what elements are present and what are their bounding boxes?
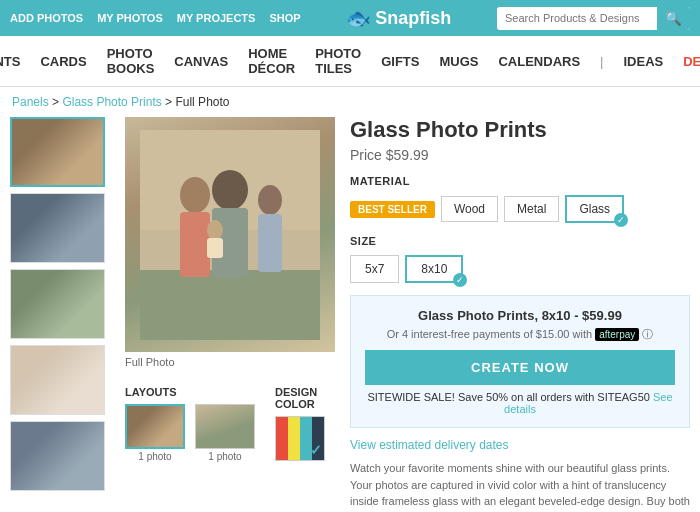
layout-options: 1 photo 1 photo: [125, 404, 255, 462]
layout-2-count: 1 photo: [195, 451, 255, 462]
design-color-section: DESIGN COLOR ✓: [275, 386, 335, 462]
size-5x7-btn[interactable]: 5x7: [350, 255, 399, 283]
product-title: Glass Photo Prints: [350, 117, 690, 143]
thumbnail-3[interactable]: [10, 269, 105, 339]
search-bar: 🔍: [497, 7, 690, 30]
nav-prints[interactable]: PRINTS: [0, 54, 20, 69]
breadcrumb-glass[interactable]: Glass Photo Prints: [62, 95, 161, 109]
price-box: Glass Photo Prints, 8x10 - $59.99 Or 4 i…: [350, 295, 690, 428]
main-photo-area: Full Photo LAYOUTS 1 photo: [125, 117, 335, 512]
delivery-link[interactable]: View estimated delivery dates: [350, 438, 690, 452]
product-info: Glass Photo Prints Price $59.99 MATERIAL…: [350, 117, 690, 512]
info-icon[interactable]: ⓘ: [642, 328, 653, 340]
photo-label: Full Photo: [125, 356, 335, 368]
svg-rect-1: [140, 270, 320, 340]
product-photo-svg: [140, 130, 320, 340]
svg-rect-8: [258, 214, 282, 272]
svg-point-7: [258, 185, 282, 215]
search-input[interactable]: [497, 8, 657, 28]
design-color-swatch[interactable]: ✓: [275, 416, 325, 461]
color-yellow: [288, 417, 300, 460]
svg-rect-6: [180, 212, 210, 277]
logo: 🐟 Snapfish: [346, 6, 451, 30]
my-projects-link[interactable]: MY PROJECTS: [177, 12, 256, 24]
layout-2[interactable]: 1 photo: [195, 404, 255, 462]
thumbnail-5[interactable]: [10, 421, 105, 491]
breadcrumb-sep1: >: [52, 95, 62, 109]
svg-point-3: [212, 170, 248, 210]
nav-gifts[interactable]: GIFTS: [381, 54, 419, 69]
layouts-section: LAYOUTS 1 photo 1 photo: [125, 386, 255, 462]
afterpay-logo: afterpay: [595, 328, 639, 341]
layouts-title: LAYOUTS: [125, 386, 255, 398]
main-nav: PRINTS CARDS PHOTO BOOKS CANVAS HOME DÉC…: [0, 36, 700, 87]
nav-calendars[interactable]: CALENDARS: [498, 54, 580, 69]
product-description: Watch your favorite moments shine with o…: [350, 460, 690, 512]
nav-cards[interactable]: CARDS: [40, 54, 86, 69]
thumbnail-list: [10, 117, 110, 512]
thumbnail-2[interactable]: [10, 193, 105, 263]
add-photos-link[interactable]: ADD PHOTOS: [10, 12, 83, 24]
logo-text: Snapfish: [375, 8, 451, 29]
create-now-button[interactable]: CREATE NOW: [365, 350, 675, 385]
nav-divider: |: [600, 54, 603, 69]
top-nav-links: ADD PHOTOS MY PHOTOS MY PROJECTS SHOP: [10, 12, 301, 24]
sitewide-label: SITEWIDE SALE!: [367, 391, 454, 403]
svg-rect-10: [207, 238, 223, 258]
breadcrumb-current: Full Photo: [175, 95, 229, 109]
material-label: MATERIAL: [350, 175, 690, 187]
size-options: 5x7 8x10: [350, 255, 690, 283]
breadcrumb-sep2: >: [165, 95, 175, 109]
nav-deals[interactable]: DEALS: [683, 54, 700, 69]
my-photos-link[interactable]: MY PHOTOS: [97, 12, 163, 24]
top-bar: ADD PHOTOS MY PHOTOS MY PROJECTS SHOP 🐟 …: [0, 0, 700, 36]
shop-link[interactable]: SHOP: [269, 12, 300, 24]
layout-thumb-1: [125, 404, 185, 449]
layout-1-count: 1 photo: [125, 451, 185, 462]
nav-ideas[interactable]: IDEAS: [623, 54, 663, 69]
thumbnail-1[interactable]: [10, 117, 105, 187]
material-wood-btn[interactable]: Wood: [441, 196, 498, 222]
layout-thumb-2: [195, 404, 255, 449]
layout-bg-2: [196, 405, 254, 448]
thumbnail-4[interactable]: [10, 345, 105, 415]
nav-homedecor[interactable]: HOME DÉCOR: [248, 46, 295, 76]
logo-icon: 🐟: [346, 6, 371, 30]
color-red: [276, 417, 288, 460]
svg-point-9: [207, 220, 223, 240]
sitewide-text: Save 50% on all orders with SITEAG50: [458, 391, 650, 403]
search-button[interactable]: 🔍: [657, 7, 690, 30]
layout-1[interactable]: 1 photo: [125, 404, 185, 462]
afterpay-line: Or 4 interest-free payments of $15.00 wi…: [365, 327, 675, 342]
material-glass-btn[interactable]: Glass: [565, 195, 624, 223]
material-options: BEST SELLER Wood Metal Glass: [350, 195, 690, 223]
svg-point-5: [180, 177, 210, 213]
sitewide-sale: SITEWIDE SALE! Save 50% on all orders wi…: [365, 391, 675, 415]
breadcrumb: Panels > Glass Photo Prints > Full Photo: [0, 87, 700, 117]
size-label: SIZE: [350, 235, 690, 247]
product-price: Price $59.99: [350, 147, 690, 163]
best-seller-badge: BEST SELLER: [350, 201, 435, 218]
main-product-image: [125, 117, 335, 352]
main-content: Full Photo LAYOUTS 1 photo: [0, 117, 700, 512]
size-8x10-btn[interactable]: 8x10: [405, 255, 463, 283]
nav-photobooks[interactable]: PHOTO BOOKS: [107, 46, 155, 76]
nav-mugs[interactable]: MUGS: [439, 54, 478, 69]
breadcrumb-panels[interactable]: Panels: [12, 95, 49, 109]
design-color-title: DESIGN COLOR: [275, 386, 335, 410]
color-check-icon: ✓: [310, 442, 322, 458]
layouts-design-row: LAYOUTS 1 photo 1 photo: [125, 376, 335, 462]
price-box-title: Glass Photo Prints, 8x10 - $59.99: [365, 308, 675, 323]
layout-bg-1: [127, 406, 183, 447]
nav-canvas[interactable]: CANVAS: [174, 54, 228, 69]
nav-phototiles[interactable]: PHOTO TILES: [315, 46, 361, 76]
material-metal-btn[interactable]: Metal: [504, 196, 559, 222]
